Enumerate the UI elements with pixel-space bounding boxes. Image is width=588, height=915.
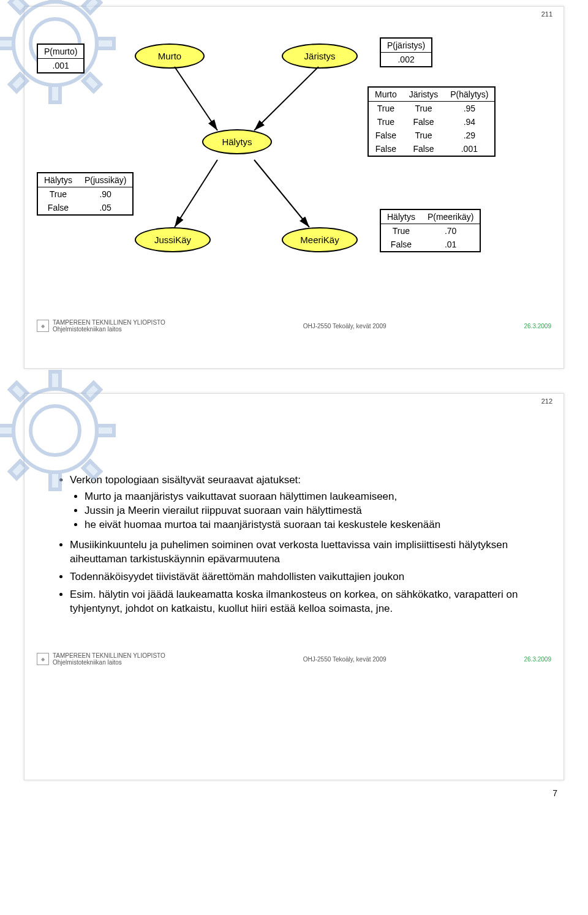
svg-rect-8 xyxy=(10,74,27,91)
slide-date: 26.3.2009 xyxy=(524,656,552,663)
cell: False xyxy=(369,142,403,156)
svg-rect-23 xyxy=(83,461,100,478)
bullet: Esim. hälytin voi jäädä laukeamatta kosk… xyxy=(70,588,533,616)
slide-body: Verkon topologiaan sisältyvät seuraavat … xyxy=(37,473,551,616)
node-meerikay-label: MeeriKäy xyxy=(283,235,356,245)
sub-bullet: Jussin ja Meerin vierailut riippuvat suo… xyxy=(85,504,533,518)
university-name: TAMPEREEN TEKNILLINEN YLIOPISTO xyxy=(53,319,165,326)
course-code: OHJ-2550 Tekoäly, kevät 2009 xyxy=(303,323,386,329)
svg-rect-2 xyxy=(50,0,60,2)
cell: .90 xyxy=(78,187,132,201)
sub-bullet: Murto ja maanjäristys vaikuttavat suoraa… xyxy=(85,490,533,504)
cell: True xyxy=(381,224,421,238)
svg-rect-18 xyxy=(0,426,13,435)
p-halytys-box: Murto Järistys P(hälytys) True True .95 … xyxy=(368,86,496,157)
p-halytys-h2: Järistys xyxy=(403,88,444,102)
p-meerikay-box: Hälytys P(meerikäy) True .70 False .01 xyxy=(380,209,481,252)
sub-bullet: he eivät huomaa murtoa tai maanjäristyst… xyxy=(85,518,533,532)
svg-rect-19 xyxy=(97,426,114,435)
cell: True xyxy=(369,115,403,129)
p-jussikay-box: Hälytys P(jussikäy) True .90 False .05 xyxy=(37,172,134,216)
department-name: Ohjelmistotekniikan laitos xyxy=(53,659,165,666)
cell: False xyxy=(403,115,444,129)
cell: True xyxy=(403,129,444,142)
university-name: TAMPEREEN TEKNILLINEN YLIOPISTO xyxy=(53,652,165,659)
p-meerikay-h2: P(meerikäy) xyxy=(421,210,480,224)
p-jaristys-box: P(järistys) .002 xyxy=(380,37,432,67)
svg-rect-7 xyxy=(83,0,100,13)
arrows-layer xyxy=(37,31,527,301)
bullet: Todennäköisyydet tiivistävät äärettömän … xyxy=(70,570,533,584)
svg-rect-20 xyxy=(10,383,27,400)
bullet: Musiikinkuuntelu ja puhelimen soiminen o… xyxy=(70,538,533,567)
bayes-network-diagram: P(murto) .001 Murto Järistys P(järistys)… xyxy=(37,31,527,301)
svg-line-12 xyxy=(175,160,217,227)
svg-rect-6 xyxy=(10,0,27,13)
svg-rect-22 xyxy=(10,461,27,478)
cell: True xyxy=(38,187,78,201)
cell: .94 xyxy=(444,115,494,129)
cell: False xyxy=(403,142,444,156)
university-logo-icon: ◆ xyxy=(37,320,49,332)
cell: .001 xyxy=(444,142,494,156)
node-jaristys: Järistys xyxy=(282,43,358,69)
node-meerikay: MeeriKäy xyxy=(282,227,358,252)
gear-icon xyxy=(0,369,116,492)
p-murto-val: .001 xyxy=(38,59,83,73)
svg-point-14 xyxy=(31,406,80,455)
p-halytys-h3: P(hälytys) xyxy=(444,88,494,102)
slide-date: 26.3.2009 xyxy=(524,323,552,329)
cell: .01 xyxy=(421,238,480,251)
p-jaristys-val: .002 xyxy=(381,53,431,67)
p-jussikay-h1: Hälytys xyxy=(38,173,78,187)
p-jaristys-title: P(järistys) xyxy=(381,39,431,53)
cell: False xyxy=(369,129,403,142)
p-halytys-h1: Murto xyxy=(369,88,403,102)
slide-number: 212 xyxy=(541,397,552,405)
node-halytys: Hälytys xyxy=(202,129,272,154)
cell: .95 xyxy=(444,102,494,116)
svg-rect-4 xyxy=(0,39,13,48)
slide-2: 212 xyxy=(24,393,564,780)
cell: False xyxy=(38,201,78,214)
node-murto: Murto xyxy=(135,43,205,69)
slide-footer: ◆ TAMPEREEN TEKNILLINEN YLIOPISTO Ohjelm… xyxy=(37,319,551,333)
svg-rect-17 xyxy=(50,472,60,489)
bullet: Verkon topologiaan sisältyvät seuraavat … xyxy=(70,473,533,532)
node-jussikay-label: JussiKäy xyxy=(136,235,209,245)
p-murto-box: P(murto) .001 xyxy=(37,43,85,73)
svg-point-15 xyxy=(13,389,97,472)
slide-footer: ◆ TAMPEREEN TEKNILLINEN YLIOPISTO Ohjelm… xyxy=(37,652,551,666)
node-jaristys-label: Järistys xyxy=(283,51,356,61)
slide-1: 211 xyxy=(24,6,564,369)
cell: .70 xyxy=(421,224,480,238)
svg-line-11 xyxy=(254,67,318,130)
slide-number: 211 xyxy=(541,10,552,18)
cell: True xyxy=(369,102,403,116)
svg-line-10 xyxy=(175,67,217,130)
p-meerikay-h1: Hälytys xyxy=(381,210,421,224)
university-logo-icon: ◆ xyxy=(37,653,49,665)
department-name: Ohjelmistotekniikan laitos xyxy=(53,326,165,333)
node-halytys-label: Hälytys xyxy=(203,137,271,147)
p-murto-title: P(murto) xyxy=(38,45,83,59)
svg-rect-16 xyxy=(50,372,60,389)
cell: True xyxy=(403,102,444,116)
course-code: OHJ-2550 Tekoäly, kevät 2009 xyxy=(303,656,386,663)
page-number: 7 xyxy=(552,788,557,798)
node-murto-label: Murto xyxy=(136,51,203,61)
node-jussikay: JussiKäy xyxy=(135,227,211,252)
cell: .05 xyxy=(78,201,132,214)
cell: .29 xyxy=(444,129,494,142)
p-jussikay-h2: P(jussikäy) xyxy=(78,173,132,187)
svg-line-13 xyxy=(254,160,309,227)
svg-rect-21 xyxy=(83,383,100,400)
cell: False xyxy=(381,238,421,251)
